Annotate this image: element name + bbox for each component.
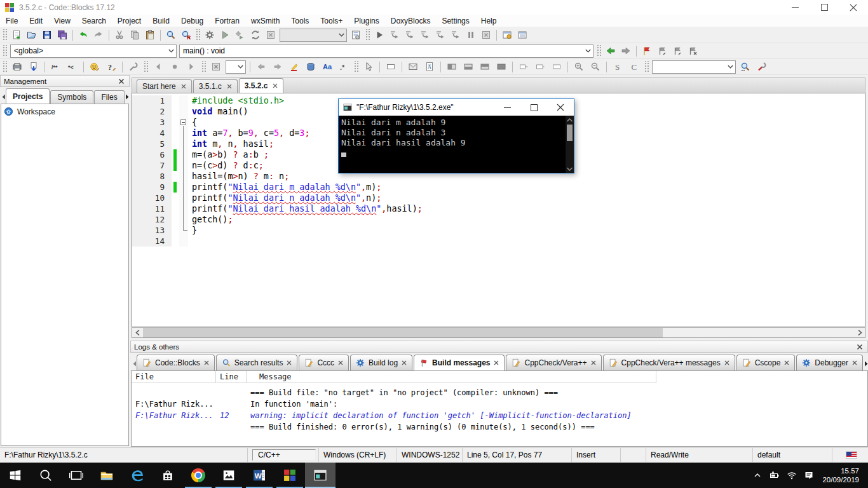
zoom-in-button[interactable] bbox=[571, 60, 587, 74]
workspace-item[interactable]: Workspace bbox=[1, 104, 128, 119]
save-all-button[interactable] bbox=[55, 28, 70, 42]
hl-next-button[interactable] bbox=[269, 60, 286, 74]
align-fill-button[interactable] bbox=[493, 60, 510, 74]
menu-help[interactable]: Help bbox=[475, 15, 503, 27]
menu-view[interactable]: View bbox=[48, 15, 76, 27]
jump-forward-button[interactable] bbox=[183, 60, 200, 74]
redo-button[interactable] bbox=[91, 28, 106, 42]
taskbar-clock[interactable]: 15.5720/09/2019 bbox=[817, 466, 864, 484]
log-tab-build-log[interactable]: Build log bbox=[350, 355, 412, 370]
undo-button[interactable] bbox=[76, 28, 91, 42]
toolbar-grip[interactable] bbox=[365, 29, 370, 41]
active-function-combobox[interactable]: main() : void bbox=[179, 44, 593, 58]
toolbar-grip[interactable] bbox=[596, 45, 602, 57]
taskbar-edge-icon[interactable] bbox=[122, 463, 153, 488]
active-symbol-combobox[interactable]: <global> bbox=[10, 44, 177, 58]
tabs-scroll-right-icon[interactable] bbox=[125, 91, 130, 102]
menu-settings[interactable]: Settings bbox=[436, 15, 475, 27]
log-tab-debugger[interactable]: Debugger bbox=[796, 355, 863, 370]
taskbar-word-icon[interactable]: W bbox=[244, 463, 275, 488]
spell-c-button[interactable]: C bbox=[626, 60, 642, 74]
tab-close-icon[interactable] bbox=[494, 360, 499, 365]
abort-build-button[interactable] bbox=[263, 28, 278, 42]
chevron-down-icon[interactable] bbox=[235, 65, 245, 69]
align-top-button[interactable] bbox=[477, 60, 493, 74]
cut-button[interactable] bbox=[112, 28, 127, 42]
find-button[interactable] bbox=[163, 28, 179, 42]
next-bookmark-button[interactable] bbox=[670, 44, 685, 58]
size-wide-button[interactable] bbox=[548, 60, 565, 74]
tab-close-icon[interactable] bbox=[784, 360, 789, 365]
fold-margin[interactable] bbox=[179, 117, 188, 128]
taskbar-store-icon[interactable] bbox=[153, 463, 183, 488]
incsearch-clear-button[interactable] bbox=[208, 60, 224, 74]
taskbar-start-button[interactable] bbox=[0, 463, 31, 488]
abc-envelope-button[interactable] bbox=[405, 60, 421, 74]
toolbar-grip[interactable] bbox=[195, 29, 201, 41]
tab-close-icon[interactable] bbox=[273, 83, 278, 88]
console-scroll-down-icon[interactable] bbox=[566, 165, 574, 173]
console-scrollbar[interactable] bbox=[566, 116, 574, 173]
menu-wxsmith[interactable]: wxSmith bbox=[245, 15, 285, 27]
tab-close-icon[interactable] bbox=[181, 84, 186, 89]
taskbar-codeblocks-icon[interactable] bbox=[275, 463, 305, 488]
highlight-button[interactable] bbox=[286, 60, 302, 74]
spell-s-button[interactable]: S bbox=[609, 60, 626, 74]
editor-tab-3-5-1-c[interactable]: 3.5.1.c bbox=[193, 79, 238, 93]
run-to-cursor-button[interactable] bbox=[387, 28, 402, 42]
thread-search-button[interactable] bbox=[737, 60, 754, 74]
tab-close-icon[interactable] bbox=[227, 84, 232, 89]
column-header-message[interactable]: Message bbox=[247, 371, 656, 383]
tab-close-icon[interactable] bbox=[402, 360, 407, 365]
size-mid-button[interactable] bbox=[532, 60, 548, 74]
toolbar-grip[interactable] bbox=[143, 61, 149, 72]
editor-tab-start-here[interactable]: Start here bbox=[137, 79, 192, 93]
jump-mark-button[interactable] bbox=[166, 60, 183, 74]
management-tab-projects[interactable]: Projects bbox=[6, 88, 50, 104]
build-target-combobox[interactable] bbox=[280, 29, 347, 42]
menu-doxyblocks[interactable]: DoxyBlocks bbox=[385, 15, 437, 27]
management-tab-files[interactable]: Files bbox=[94, 90, 124, 104]
align-left-button[interactable] bbox=[444, 60, 460, 74]
console-scroll-up-icon[interactable] bbox=[566, 116, 574, 124]
logs-scroll-right-icon[interactable] bbox=[864, 358, 868, 369]
editor-hscrollbar[interactable] bbox=[132, 327, 865, 338]
toggle-bookmark-button[interactable] bbox=[639, 44, 654, 58]
log-tab-cscope[interactable]: Cscope bbox=[736, 355, 796, 370]
menu-search[interactable]: Search bbox=[76, 15, 112, 27]
logs-scroll-left-icon[interactable] bbox=[132, 358, 137, 369]
hl-regex-button[interactable]: .* bbox=[336, 60, 352, 74]
menu-edit[interactable]: Edit bbox=[24, 15, 48, 27]
minimize-button[interactable] bbox=[780, 0, 810, 15]
taskbar-file-explorer-icon[interactable] bbox=[92, 463, 122, 488]
taskbar-search-icon[interactable] bbox=[31, 463, 61, 488]
abc-rect-button[interactable] bbox=[383, 60, 399, 74]
nav-forward-button[interactable] bbox=[618, 44, 634, 58]
build-message-row[interactable]: F:\Fathur Rizk...In function 'main': bbox=[132, 399, 867, 410]
console-minimize-button[interactable] bbox=[494, 99, 520, 116]
toolbar-grip[interactable] bbox=[201, 61, 207, 72]
chevron-down-icon[interactable] bbox=[336, 33, 346, 37]
toolbar-grip[interactable] bbox=[644, 61, 649, 72]
tab-close-icon[interactable] bbox=[591, 360, 596, 365]
menu-tools[interactable]: Tools bbox=[285, 15, 315, 27]
taskbar-photos-icon[interactable] bbox=[214, 463, 244, 488]
paste-button[interactable] bbox=[142, 28, 158, 42]
settings-tool-button[interactable] bbox=[754, 60, 770, 74]
doxy-run-html-button[interactable] bbox=[86, 60, 103, 74]
tray-wifi-icon[interactable] bbox=[783, 463, 800, 488]
build-message-row[interactable]: === Build file: "no target" in "no proje… bbox=[132, 388, 867, 399]
tray-chevron-up-icon[interactable] bbox=[749, 463, 766, 488]
chevron-down-icon[interactable] bbox=[166, 49, 176, 53]
tray-notifications-icon[interactable] bbox=[800, 463, 817, 488]
toolbar-grip[interactable] bbox=[2, 61, 8, 72]
doxy-extract-button[interactable] bbox=[9, 60, 25, 74]
logs-close-icon[interactable] bbox=[855, 342, 864, 351]
toolbar-grip[interactable] bbox=[353, 61, 359, 72]
tab-close-icon[interactable] bbox=[724, 360, 729, 365]
hl-prev-button[interactable] bbox=[253, 60, 269, 74]
log-tab-search-results[interactable]: Search results bbox=[216, 355, 298, 370]
console-maximize-button[interactable] bbox=[520, 99, 547, 116]
menu-debug[interactable]: Debug bbox=[175, 15, 209, 27]
save-file-button[interactable] bbox=[39, 28, 55, 42]
